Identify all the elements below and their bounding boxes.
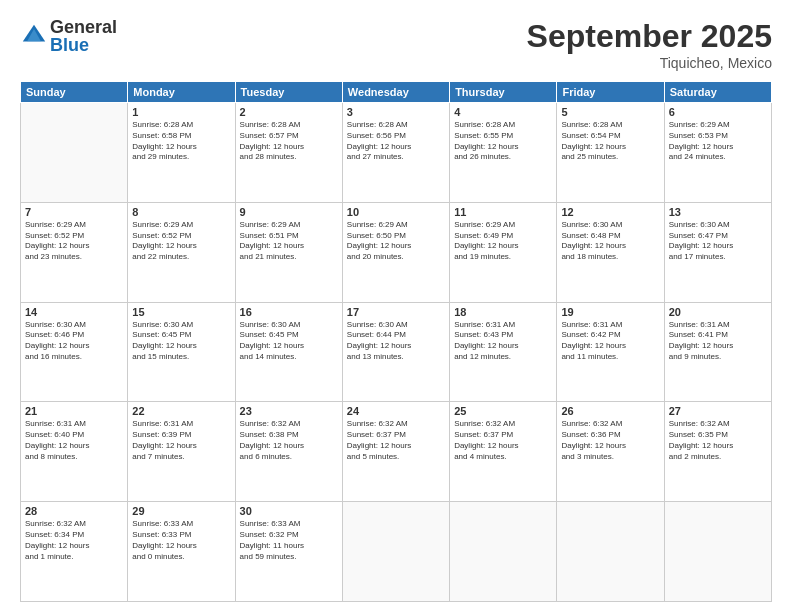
calendar-cell: 15Sunrise: 6:30 AMSunset: 6:45 PMDayligh… [128, 302, 235, 402]
day-number: 12 [561, 206, 659, 218]
day-header-monday: Monday [128, 82, 235, 103]
calendar-cell: 17Sunrise: 6:30 AMSunset: 6:44 PMDayligh… [342, 302, 449, 402]
day-info: Sunrise: 6:31 AMSunset: 6:43 PMDaylight:… [454, 320, 552, 363]
day-info: Sunrise: 6:31 AMSunset: 6:40 PMDaylight:… [25, 419, 123, 462]
calendar-cell: 19Sunrise: 6:31 AMSunset: 6:42 PMDayligh… [557, 302, 664, 402]
week-row-1: 1Sunrise: 6:28 AMSunset: 6:58 PMDaylight… [21, 103, 772, 203]
day-info: Sunrise: 6:33 AMSunset: 6:33 PMDaylight:… [132, 519, 230, 562]
day-info: Sunrise: 6:33 AMSunset: 6:32 PMDaylight:… [240, 519, 338, 562]
day-info: Sunrise: 6:30 AMSunset: 6:46 PMDaylight:… [25, 320, 123, 363]
day-info: Sunrise: 6:29 AMSunset: 6:49 PMDaylight:… [454, 220, 552, 263]
day-number: 3 [347, 106, 445, 118]
calendar-cell: 22Sunrise: 6:31 AMSunset: 6:39 PMDayligh… [128, 402, 235, 502]
logo-general: General [50, 18, 117, 36]
day-number: 15 [132, 306, 230, 318]
calendar-cell: 18Sunrise: 6:31 AMSunset: 6:43 PMDayligh… [450, 302, 557, 402]
calendar-header: SundayMondayTuesdayWednesdayThursdayFrid… [21, 82, 772, 103]
day-info: Sunrise: 6:30 AMSunset: 6:45 PMDaylight:… [132, 320, 230, 363]
day-number: 16 [240, 306, 338, 318]
day-header-thursday: Thursday [450, 82, 557, 103]
logo-icon [20, 22, 48, 50]
location: Tiquicheo, Mexico [527, 55, 772, 71]
calendar-cell: 6Sunrise: 6:29 AMSunset: 6:53 PMDaylight… [664, 103, 771, 203]
calendar-cell: 7Sunrise: 6:29 AMSunset: 6:52 PMDaylight… [21, 202, 128, 302]
day-info: Sunrise: 6:32 AMSunset: 6:36 PMDaylight:… [561, 419, 659, 462]
calendar-cell: 20Sunrise: 6:31 AMSunset: 6:41 PMDayligh… [664, 302, 771, 402]
calendar: SundayMondayTuesdayWednesdayThursdayFrid… [20, 81, 772, 602]
day-number: 22 [132, 405, 230, 417]
day-number: 14 [25, 306, 123, 318]
title-block: September 2025 Tiquicheo, Mexico [527, 18, 772, 71]
day-info: Sunrise: 6:28 AMSunset: 6:56 PMDaylight:… [347, 120, 445, 163]
day-number: 7 [25, 206, 123, 218]
day-number: 1 [132, 106, 230, 118]
calendar-cell [557, 502, 664, 602]
calendar-cell: 29Sunrise: 6:33 AMSunset: 6:33 PMDayligh… [128, 502, 235, 602]
day-number: 8 [132, 206, 230, 218]
day-info: Sunrise: 6:32 AMSunset: 6:34 PMDaylight:… [25, 519, 123, 562]
calendar-cell: 12Sunrise: 6:30 AMSunset: 6:48 PMDayligh… [557, 202, 664, 302]
day-number: 24 [347, 405, 445, 417]
day-header-friday: Friday [557, 82, 664, 103]
day-number: 25 [454, 405, 552, 417]
day-header-row: SundayMondayTuesdayWednesdayThursdayFrid… [21, 82, 772, 103]
day-info: Sunrise: 6:28 AMSunset: 6:57 PMDaylight:… [240, 120, 338, 163]
day-header-sunday: Sunday [21, 82, 128, 103]
day-number: 4 [454, 106, 552, 118]
day-info: Sunrise: 6:31 AMSunset: 6:42 PMDaylight:… [561, 320, 659, 363]
day-info: Sunrise: 6:31 AMSunset: 6:39 PMDaylight:… [132, 419, 230, 462]
day-info: Sunrise: 6:28 AMSunset: 6:54 PMDaylight:… [561, 120, 659, 163]
day-number: 9 [240, 206, 338, 218]
day-number: 20 [669, 306, 767, 318]
logo: General Blue [20, 18, 117, 54]
calendar-cell: 25Sunrise: 6:32 AMSunset: 6:37 PMDayligh… [450, 402, 557, 502]
calendar-cell: 23Sunrise: 6:32 AMSunset: 6:38 PMDayligh… [235, 402, 342, 502]
calendar-cell: 8Sunrise: 6:29 AMSunset: 6:52 PMDaylight… [128, 202, 235, 302]
calendar-cell: 11Sunrise: 6:29 AMSunset: 6:49 PMDayligh… [450, 202, 557, 302]
day-info: Sunrise: 6:29 AMSunset: 6:53 PMDaylight:… [669, 120, 767, 163]
logo-text: General Blue [50, 18, 117, 54]
calendar-cell: 21Sunrise: 6:31 AMSunset: 6:40 PMDayligh… [21, 402, 128, 502]
calendar-cell: 5Sunrise: 6:28 AMSunset: 6:54 PMDaylight… [557, 103, 664, 203]
calendar-cell: 1Sunrise: 6:28 AMSunset: 6:58 PMDaylight… [128, 103, 235, 203]
calendar-body: 1Sunrise: 6:28 AMSunset: 6:58 PMDaylight… [21, 103, 772, 602]
day-info: Sunrise: 6:30 AMSunset: 6:45 PMDaylight:… [240, 320, 338, 363]
calendar-cell [664, 502, 771, 602]
day-number: 17 [347, 306, 445, 318]
week-row-3: 14Sunrise: 6:30 AMSunset: 6:46 PMDayligh… [21, 302, 772, 402]
day-info: Sunrise: 6:30 AMSunset: 6:44 PMDaylight:… [347, 320, 445, 363]
day-number: 2 [240, 106, 338, 118]
calendar-cell [21, 103, 128, 203]
calendar-cell: 3Sunrise: 6:28 AMSunset: 6:56 PMDaylight… [342, 103, 449, 203]
day-info: Sunrise: 6:29 AMSunset: 6:52 PMDaylight:… [132, 220, 230, 263]
page: General Blue September 2025 Tiquicheo, M… [0, 0, 792, 612]
day-number: 13 [669, 206, 767, 218]
calendar-cell: 16Sunrise: 6:30 AMSunset: 6:45 PMDayligh… [235, 302, 342, 402]
day-info: Sunrise: 6:29 AMSunset: 6:51 PMDaylight:… [240, 220, 338, 263]
day-number: 23 [240, 405, 338, 417]
day-info: Sunrise: 6:32 AMSunset: 6:35 PMDaylight:… [669, 419, 767, 462]
day-number: 10 [347, 206, 445, 218]
header: General Blue September 2025 Tiquicheo, M… [20, 18, 772, 71]
day-number: 29 [132, 505, 230, 517]
day-info: Sunrise: 6:28 AMSunset: 6:55 PMDaylight:… [454, 120, 552, 163]
day-number: 11 [454, 206, 552, 218]
day-number: 19 [561, 306, 659, 318]
day-header-tuesday: Tuesday [235, 82, 342, 103]
week-row-5: 28Sunrise: 6:32 AMSunset: 6:34 PMDayligh… [21, 502, 772, 602]
day-number: 28 [25, 505, 123, 517]
week-row-4: 21Sunrise: 6:31 AMSunset: 6:40 PMDayligh… [21, 402, 772, 502]
calendar-cell: 14Sunrise: 6:30 AMSunset: 6:46 PMDayligh… [21, 302, 128, 402]
day-info: Sunrise: 6:31 AMSunset: 6:41 PMDaylight:… [669, 320, 767, 363]
calendar-cell [450, 502, 557, 602]
day-info: Sunrise: 6:28 AMSunset: 6:58 PMDaylight:… [132, 120, 230, 163]
day-info: Sunrise: 6:32 AMSunset: 6:37 PMDaylight:… [347, 419, 445, 462]
day-info: Sunrise: 6:32 AMSunset: 6:38 PMDaylight:… [240, 419, 338, 462]
calendar-cell: 2Sunrise: 6:28 AMSunset: 6:57 PMDaylight… [235, 103, 342, 203]
calendar-cell: 26Sunrise: 6:32 AMSunset: 6:36 PMDayligh… [557, 402, 664, 502]
day-info: Sunrise: 6:30 AMSunset: 6:48 PMDaylight:… [561, 220, 659, 263]
month-title: September 2025 [527, 18, 772, 55]
calendar-cell [342, 502, 449, 602]
logo-blue: Blue [50, 36, 117, 54]
calendar-cell: 30Sunrise: 6:33 AMSunset: 6:32 PMDayligh… [235, 502, 342, 602]
